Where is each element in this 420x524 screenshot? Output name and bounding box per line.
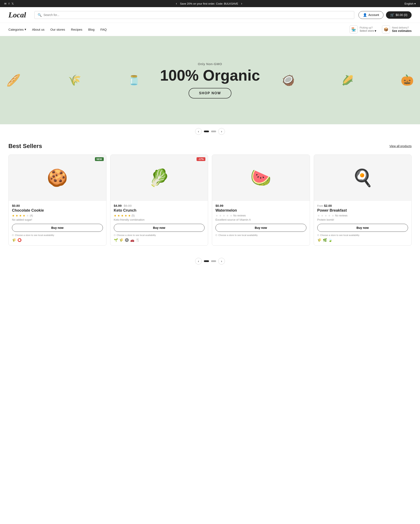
star-2: ★ xyxy=(16,214,18,217)
announcement-prev-btn[interactable]: ‹ xyxy=(176,2,177,5)
product-stars: ★ ★ ★ ★ ★ No reviews xyxy=(317,214,408,217)
star-2: ★ xyxy=(321,214,324,217)
star-1: ★ xyxy=(12,214,15,217)
delivery-hint: Need delivery? xyxy=(392,26,411,29)
bottom-carousel-next-btn[interactable]: › xyxy=(218,258,225,264)
best-sellers-section: Best Sellers View all products 🍪 NEW $0.… xyxy=(0,139,420,254)
nav-label: Categories xyxy=(9,28,24,31)
product-tags: 🌱 🌾 🔘 🚗 🍴 xyxy=(110,238,208,242)
availability-dot xyxy=(215,234,217,236)
delivery-label: See estimates xyxy=(392,29,411,33)
product-desc: No added sugar! xyxy=(12,218,103,221)
product-name: Power Breakfast xyxy=(317,208,408,213)
nav-faq[interactable]: FAQ xyxy=(100,28,107,31)
email-icon: ✉ xyxy=(4,2,7,5)
product-desc: Excellent source of Vitamin A xyxy=(215,218,306,221)
product-badge-new: NEW xyxy=(95,157,104,161)
product-stars: ★ ★ ★ ★ ★ (4) xyxy=(12,214,103,217)
account-button[interactable]: 👤 Account xyxy=(359,11,384,19)
availability-dot xyxy=(114,234,115,236)
tag-car: 🚗 xyxy=(130,238,134,242)
announcement-message: Save 20% on your first order. Code: BULK… xyxy=(180,2,238,5)
store-icon: 🏪 xyxy=(350,26,358,33)
product-desc: Keto-friendly combination xyxy=(114,218,205,221)
product-availability: Choose a store to see local availability xyxy=(212,234,310,236)
star-1: ★ xyxy=(317,214,320,217)
hero-section: 🥖 🌾 🫙 🥥 🌽 🎃 Only Non-GMO 100% Organic SH… xyxy=(0,36,420,124)
star-1: ★ xyxy=(215,214,218,217)
buy-now-button[interactable]: Buy now xyxy=(114,224,205,232)
star-2: ★ xyxy=(117,214,120,217)
language-selector[interactable]: English ▾ xyxy=(404,2,416,5)
product-card-power-breakfast: 🍳 From $2.00 Power Breakfast ★ ★ ★ ★ ★ N… xyxy=(314,155,412,246)
nav-categories[interactable]: Categories ▾ xyxy=(9,27,26,31)
pickup-selector[interactable]: 🏪 Picking up? Select store ▾ xyxy=(350,26,376,33)
bottom-carousel-dot-1[interactable] xyxy=(204,260,209,262)
site-logo[interactable]: Local xyxy=(9,10,26,19)
hero-title: 100% Organic xyxy=(160,68,260,83)
tag-circle: ⭕ xyxy=(18,238,22,242)
review-count: (5) xyxy=(132,214,135,217)
star-1: ★ xyxy=(114,214,117,217)
chevron-down-icon: ▾ xyxy=(25,27,26,31)
products-grid: 🍪 NEW $0.80 Chocolate Cookie ★ ★ ★ ★ ★ (… xyxy=(9,155,411,246)
nav-bar: Categories ▾ About us Our stores Recipes… xyxy=(0,23,420,36)
view-all-link[interactable]: View all products xyxy=(389,144,411,148)
availability-dot xyxy=(12,234,14,236)
carousel-next-btn[interactable]: › xyxy=(218,128,225,135)
tag-circle: 🔘 xyxy=(125,238,129,242)
product-card-watermelon: 🍉 $0.99 Watermelon ★ ★ ★ ★ ★ No reviews … xyxy=(212,155,310,246)
nav-right: 🏪 Picking up? Select store ▾ 📦 Need deli… xyxy=(350,26,411,33)
carousel-dot-1[interactable] xyxy=(204,131,209,132)
product-card-keto-crunch: 🥬 -17% $4.99 $6.00 Keto Crunch ★ ★ ★ ★ ★… xyxy=(110,155,208,246)
cart-icon: 🛒 xyxy=(390,13,394,17)
nav-stores[interactable]: Our stores xyxy=(50,28,65,31)
nav-blog[interactable]: Blog xyxy=(88,28,95,31)
star-5: ★ xyxy=(230,214,232,217)
delivery-selector[interactable]: 📦 Need delivery? See estimates xyxy=(382,26,411,33)
hero-subtitle: Only Non-GMO xyxy=(160,62,260,66)
announcement-next-btn[interactable]: › xyxy=(241,2,242,5)
chevron-down-icon: ▾ xyxy=(375,29,376,33)
buy-now-button[interactable]: Buy now xyxy=(317,224,408,232)
pickup-hint: Picking up? xyxy=(360,26,376,29)
buy-now-button[interactable]: Buy now xyxy=(215,224,306,232)
nav-recipes[interactable]: Recipes xyxy=(71,28,82,31)
search-input[interactable] xyxy=(44,13,351,17)
hero-product-6: 🎃 xyxy=(401,74,414,86)
bottom-carousel-dot-2[interactable] xyxy=(211,260,216,262)
social-icons: ✉ f 𝕏 xyxy=(4,2,14,5)
buy-now-button[interactable]: Buy now xyxy=(12,224,103,232)
best-sellers-title: Best Sellers xyxy=(9,143,42,149)
carousel-prev-btn[interactable]: ‹ xyxy=(195,128,202,135)
product-name: Chocolate Cookie xyxy=(12,208,103,213)
nav-about[interactable]: About us xyxy=(32,28,44,31)
section-header: Best Sellers View all products xyxy=(9,143,411,149)
delivery-icon: 📦 xyxy=(382,26,390,33)
language-label: English xyxy=(404,2,413,5)
review-count: (4) xyxy=(30,214,33,217)
product-image-chocolate-cookie: 🍪 NEW xyxy=(9,155,106,201)
tag-grain: 🌾 xyxy=(119,238,123,242)
product-price: From $2.00 xyxy=(317,204,408,207)
carousel-dot-2[interactable] xyxy=(211,131,216,132)
user-icon: 👤 xyxy=(363,13,367,17)
announcement-bar: ✉ f 𝕏 ‹ Save 20% on your first order. Co… xyxy=(0,0,420,7)
star-4: ★ xyxy=(226,214,229,217)
product-name: Keto Crunch xyxy=(114,208,205,213)
bottom-carousel-prev-btn[interactable]: ‹ xyxy=(195,258,202,264)
product-info: $0.80 Chocolate Cookie ★ ★ ★ ★ ★ (4) No … xyxy=(9,204,106,221)
site-header: Local 🔍 👤 Account 🛒 $0.00 (0) xyxy=(0,7,420,23)
product-badge-sale: -17% xyxy=(197,157,205,161)
hero-cta-button[interactable]: SHOP NOW xyxy=(189,88,232,98)
product-card-chocolate-cookie: 🍪 NEW $0.80 Chocolate Cookie ★ ★ ★ ★ ★ (… xyxy=(9,155,106,246)
header-actions: 👤 Account 🛒 $0.00 (0) xyxy=(359,11,411,19)
product-info: $4.99 $6.00 Keto Crunch ★ ★ ★ ★ ★ (5) Ke… xyxy=(110,204,208,221)
hero-product-2: 🌾 xyxy=(68,74,81,86)
tag-sprout: 🍃 xyxy=(328,238,332,242)
tag-grain: 🌾 xyxy=(317,238,322,242)
product-name: Watermelon xyxy=(215,208,306,213)
cart-button[interactable]: 🛒 $0.00 (0) xyxy=(386,11,411,19)
product-image-keto-crunch: 🥬 -17% xyxy=(110,155,208,201)
product-info: From $2.00 Power Breakfast ★ ★ ★ ★ ★ No … xyxy=(314,204,411,221)
